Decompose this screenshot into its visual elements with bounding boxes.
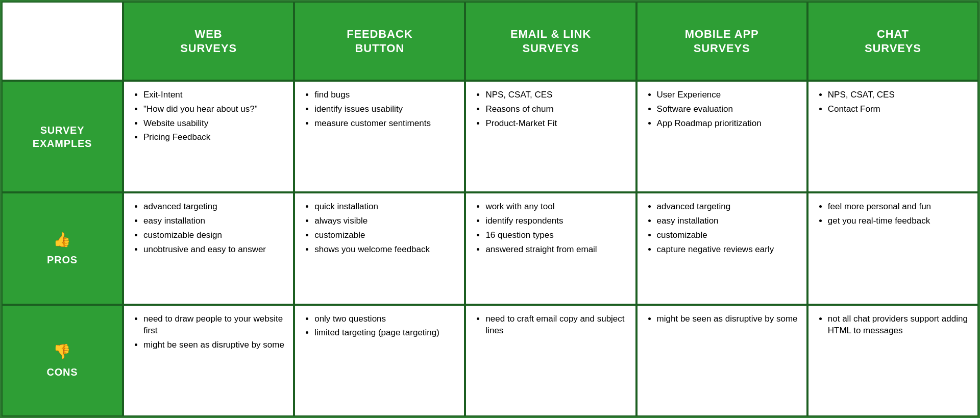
list-item: NPS, CSAT, CES [485, 89, 627, 101]
survey-examples-col1-list: Exit-Intent "How did you hear about us?"… [132, 89, 285, 145]
row-label-cons: 👎 CONS [2, 305, 123, 416]
pros-col4: advanced targeting easy installation cus… [636, 192, 807, 304]
pros-col3: work with any tool identify respondents … [465, 192, 636, 304]
cons-col4-list: might be seen as disruptive by some [646, 313, 798, 327]
list-item: Contact Form [828, 103, 969, 115]
pros-col2: quick installation always visible custom… [294, 192, 465, 304]
list-item: easy installation [143, 215, 285, 227]
list-item: capture negative reviews early [657, 243, 798, 256]
list-item: Pricing Feedback [143, 131, 285, 143]
header-col4: MOBILE APP SURVEYS [636, 2, 807, 81]
survey-examples-col3: NPS, CSAT, CES Reasons of churn Product-… [465, 81, 636, 192]
cons-col4: might be seen as disruptive by some [636, 305, 807, 416]
list-item: unobtrusive and easy to answer [143, 243, 285, 256]
list-item: work with any tool [485, 201, 627, 213]
list-item: Software evaluation [657, 103, 798, 115]
pros-col5: feel more personal and fun get you real-… [807, 192, 978, 304]
list-item: not all chat providers support adding HT… [828, 313, 969, 337]
pros-col1-list: advanced targeting easy installation cus… [132, 201, 285, 257]
cons-col5-list: not all chat providers support adding HT… [817, 313, 969, 339]
list-item: might be seen as disruptive by some [657, 313, 798, 325]
cons-col2: only two questions limited targeting (pa… [294, 305, 465, 416]
cons-col2-list: only two questions limited targeting (pa… [303, 313, 456, 341]
cons-col1-list: need to draw people to your website firs… [132, 313, 285, 353]
survey-examples-col5-list: NPS, CSAT, CES Contact Form [817, 89, 969, 117]
row-label-pros: 👍 PROS [2, 192, 123, 304]
list-item: Website usability [143, 117, 285, 130]
list-item: "How did you hear about us?" [143, 103, 285, 115]
list-item: customizable [314, 229, 456, 241]
list-item: only two questions [314, 313, 456, 325]
list-item: Exit-Intent [143, 89, 285, 101]
header-col1: WEB SURVEYS [123, 2, 294, 81]
list-item: get you real-time feedback [828, 215, 969, 227]
list-item: measure customer sentiments [314, 117, 456, 130]
survey-examples-col5: NPS, CSAT, CES Contact Form [807, 81, 978, 192]
list-item: easy installation [657, 215, 798, 227]
header-empty [2, 2, 123, 81]
row-label-survey-examples: SURVEY EXAMPLES [2, 81, 123, 192]
pros-col4-list: advanced targeting easy installation cus… [646, 201, 798, 257]
pros-col2-list: quick installation always visible custom… [303, 201, 456, 257]
list-item: shows you welcome feedback [314, 243, 456, 256]
list-item: answered straight from email [485, 243, 627, 256]
list-item: advanced targeting [143, 201, 285, 213]
cons-col1: need to draw people to your website firs… [123, 305, 294, 416]
list-item: Reasons of churn [485, 103, 627, 115]
survey-examples-col2: find bugs identify issues usability meas… [294, 81, 465, 192]
cons-col3: need to craft email copy and subject lin… [465, 305, 636, 416]
header-col5: CHAT SURVEYS [807, 2, 978, 81]
survey-examples-col3-list: NPS, CSAT, CES Reasons of churn Product-… [474, 89, 627, 131]
list-item: advanced targeting [657, 201, 798, 213]
list-item: need to draw people to your website firs… [143, 313, 285, 337]
list-item: identify issues usability [314, 103, 456, 115]
list-item: feel more personal and fun [828, 201, 969, 213]
comparison-table: WEB SURVEYS FEEDBACK BUTTON EMAIL & LINK… [0, 0, 980, 418]
list-item: limited targeting (page targeting) [314, 327, 456, 339]
pros-col5-list: feel more personal and fun get you real-… [817, 201, 969, 229]
header-col2: FEEDBACK BUTTON [294, 2, 465, 81]
list-item: customizable [657, 229, 798, 241]
list-item: might be seen as disruptive by some [143, 339, 285, 351]
pros-col3-list: work with any tool identify respondents … [474, 201, 627, 257]
list-item: NPS, CSAT, CES [828, 89, 969, 101]
header-col3: EMAIL & LINK SURVEYS [465, 2, 636, 81]
list-item: App Roadmap prioritization [657, 117, 798, 130]
list-item: customizable design [143, 229, 285, 241]
list-item: identify respondents [485, 215, 627, 227]
cons-col5: not all chat providers support adding HT… [807, 305, 978, 416]
cons-col3-list: need to craft email copy and subject lin… [474, 313, 627, 339]
survey-examples-col4: User Experience Software evaluation App … [636, 81, 807, 192]
list-item: User Experience [657, 89, 798, 101]
list-item: 16 question types [485, 229, 627, 241]
list-item: quick installation [314, 201, 456, 213]
list-item: find bugs [314, 89, 456, 101]
list-item: need to craft email copy and subject lin… [485, 313, 627, 337]
list-item: always visible [314, 215, 456, 227]
survey-examples-col2-list: find bugs identify issues usability meas… [303, 89, 456, 131]
survey-examples-col1: Exit-Intent "How did you hear about us?"… [123, 81, 294, 192]
pros-col1: advanced targeting easy installation cus… [123, 192, 294, 304]
list-item: Product-Market Fit [485, 117, 627, 130]
survey-examples-col4-list: User Experience Software evaluation App … [646, 89, 798, 131]
